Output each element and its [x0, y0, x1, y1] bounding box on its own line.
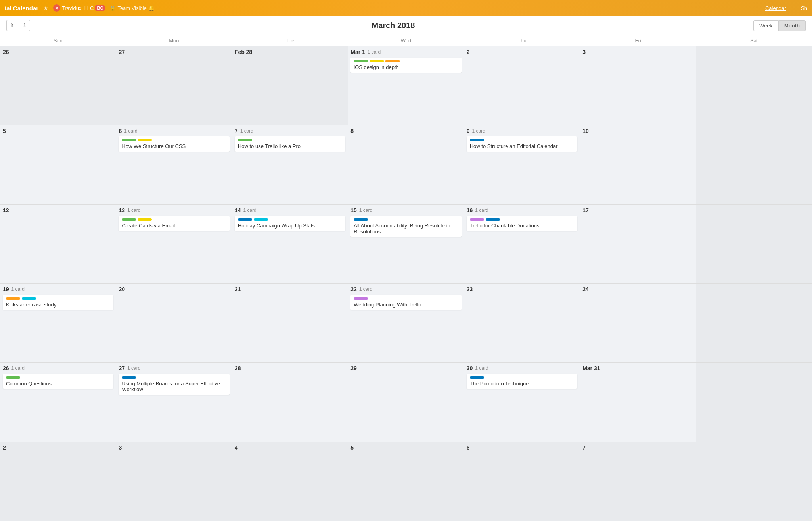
company-info: ✕ Travidux, LLC BC — [53, 4, 105, 12]
cal-cell[interactable]: 3 — [580, 46, 696, 125]
cal-cell[interactable]: Feb 28 — [232, 46, 348, 125]
dow-mon: Mon — [116, 35, 232, 46]
calendar-card[interactable]: Trello for Charitable Donations — [467, 216, 577, 231]
label-bar — [354, 297, 368, 300]
cal-cell[interactable] — [696, 125, 812, 204]
card-labels — [470, 218, 574, 221]
cal-cell[interactable]: 28 — [232, 363, 348, 442]
cal-cell[interactable]: 71 cardHow to use Trello like a Pro — [232, 125, 348, 204]
share-label[interactable]: Sh — [801, 5, 807, 11]
cal-cell[interactable]: 3 — [116, 442, 232, 521]
cal-cell[interactable]: 7 — [580, 442, 696, 521]
cal-cell[interactable] — [696, 442, 812, 521]
cell-day-number: 13 — [119, 207, 125, 213]
cal-cell[interactable]: 191 cardKickstarter case study — [0, 284, 116, 363]
cal-cell[interactable]: 2 — [464, 46, 580, 125]
label-bar — [138, 218, 152, 221]
cell-card-count: 1 card — [243, 208, 256, 213]
view-toggle: Week Month — [753, 20, 806, 31]
cell-day-number: 26 — [3, 365, 9, 371]
cal-cell[interactable]: 61 cardHow We Structure Our CSS — [116, 125, 232, 204]
cal-cell[interactable]: 29 — [348, 363, 464, 442]
cell-day-number: 15 — [350, 207, 357, 213]
cal-cell[interactable]: 6 — [464, 442, 580, 521]
cal-cell[interactable]: 24 — [580, 284, 696, 363]
card-labels — [354, 297, 458, 300]
card-title: Kickstarter case study — [6, 302, 110, 308]
cell-day-number: 3 — [119, 444, 122, 451]
card-labels — [238, 139, 342, 141]
cal-cell[interactable]: 12 — [0, 205, 116, 284]
cell-day-number: 6 — [467, 444, 470, 451]
card-title: How to use Trello like a Pro — [238, 143, 342, 149]
cell-day-number: 14 — [235, 207, 241, 213]
calendar-card[interactable]: How We Structure Our CSS — [119, 136, 229, 152]
cal-cell[interactable]: 4 — [232, 442, 348, 521]
cal-cell[interactable]: 17 — [580, 205, 696, 284]
cal-cell[interactable]: 8 — [348, 125, 464, 204]
calendar-card[interactable]: The Pomodoro Technique — [467, 374, 577, 389]
calendar-card[interactable]: Create Cards via Email — [119, 216, 229, 231]
calendar-card[interactable]: iOS design in depth — [350, 58, 461, 73]
week-view-button[interactable]: Week — [753, 20, 778, 31]
cell-card-count: 1 card — [475, 365, 488, 371]
calendar-card[interactable]: Using Multiple Boards for a Super Effect… — [119, 374, 229, 395]
cal-cell[interactable]: 271 cardUsing Multiple Boards for a Supe… — [116, 363, 232, 442]
cal-cell[interactable]: 301 cardThe Pomodoro Technique — [464, 363, 580, 442]
cell-day-number: Mar 31 — [582, 365, 600, 371]
cal-cell[interactable] — [696, 205, 812, 284]
team-name: Team Visible — [117, 5, 146, 11]
label-bar — [238, 218, 252, 221]
cal-cell[interactable]: 221 cardWedding Planning With Trello — [348, 284, 464, 363]
cal-cell[interactable]: 21 — [232, 284, 348, 363]
cal-cell[interactable]: 151 cardAll About Accountability: Being … — [348, 205, 464, 284]
cell-day-number: 21 — [235, 286, 241, 292]
cal-cell[interactable]: 141 cardHoliday Campaign Wrap Up Stats — [232, 205, 348, 284]
calendar-card[interactable]: All About Accountability: Being Resolute… — [350, 216, 461, 237]
cell-card-count: 1 card — [359, 208, 372, 213]
calendar-card[interactable]: How to Structure an Editorial Calendar — [467, 136, 577, 152]
cal-cell[interactable]: 91 cardHow to Structure an Editorial Cal… — [464, 125, 580, 204]
notification-icon: 🔔 — [148, 5, 155, 11]
card-labels — [6, 297, 110, 300]
cell-day-number: 17 — [582, 207, 589, 213]
card-labels — [470, 139, 574, 141]
cal-cell[interactable]: 27 — [116, 46, 232, 125]
calendar-card[interactable]: Kickstarter case study — [3, 295, 113, 310]
cell-day-number: 3 — [582, 49, 586, 55]
cell-day-number: 28 — [235, 365, 241, 371]
cell-day-number: 9 — [467, 128, 470, 134]
calendar-card[interactable]: Common Questions — [3, 374, 113, 389]
cell-day-number: 23 — [467, 286, 473, 292]
nav-prev-button[interactable]: ⇧ — [6, 20, 17, 31]
cal-cell[interactable]: 20 — [116, 284, 232, 363]
cal-cell[interactable]: Mar 11 cardiOS design in depth — [348, 46, 464, 125]
more-options[interactable]: ··· — [791, 4, 796, 12]
calendar-card[interactable]: Wedding Planning With Trello — [350, 295, 461, 310]
cal-cell[interactable]: 261 cardCommon Questions — [0, 363, 116, 442]
cal-cell[interactable]: 161 cardTrello for Charitable Donations — [464, 205, 580, 284]
month-view-button[interactable]: Month — [778, 20, 806, 31]
card-labels — [6, 376, 110, 379]
cal-cell[interactable] — [696, 46, 812, 125]
cal-cell[interactable]: 131 cardCreate Cards via Email — [116, 205, 232, 284]
cal-cell[interactable]: 10 — [580, 125, 696, 204]
dow-sun: Sun — [0, 35, 116, 46]
cal-cell[interactable]: 5 — [348, 442, 464, 521]
cal-cell[interactable] — [696, 363, 812, 442]
calendar-link[interactable]: Calendar — [765, 5, 786, 11]
cal-cell[interactable]: 26 — [0, 46, 116, 125]
cal-cell[interactable]: 23 — [464, 284, 580, 363]
cal-cell[interactable]: Mar 31 — [580, 363, 696, 442]
card-labels — [122, 218, 226, 221]
calendar-card[interactable]: Holiday Campaign Wrap Up Stats — [235, 216, 345, 231]
card-labels — [122, 376, 226, 379]
cell-card-count: 1 card — [127, 365, 140, 371]
calendar-card[interactable]: How to use Trello like a Pro — [235, 136, 345, 152]
cal-cell[interactable] — [696, 284, 812, 363]
cal-cell[interactable]: 2 — [0, 442, 116, 521]
star-icon[interactable]: ★ — [43, 5, 48, 11]
nav-next-button[interactable]: ⇩ — [19, 20, 30, 31]
card-title: Trello for Charitable Donations — [470, 223, 574, 229]
cal-cell[interactable]: 5 — [0, 125, 116, 204]
